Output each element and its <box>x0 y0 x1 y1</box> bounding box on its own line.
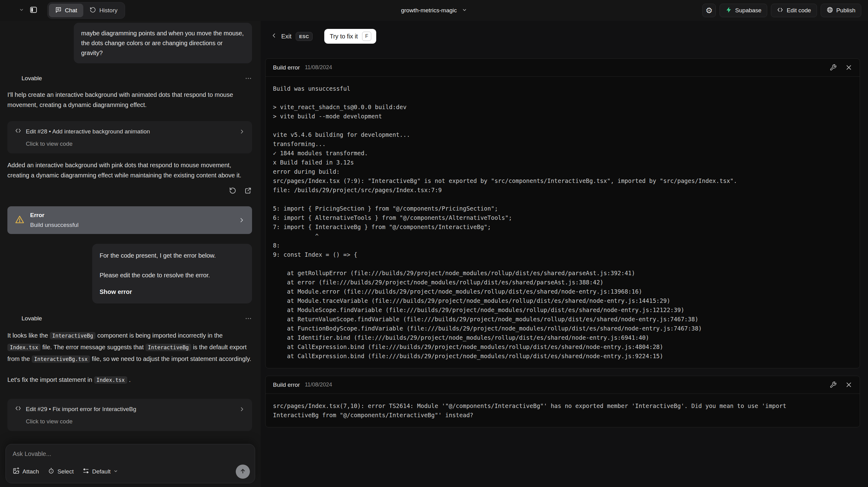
build-error-title: Build error <box>273 64 300 71</box>
build-error-date: 11/08/2024 <box>305 382 332 388</box>
chat-mode-selector[interactable]: Default <box>82 467 118 476</box>
build-error-card-2-header: Build error 11/08/2024 <box>266 376 860 394</box>
publish-button-label: Publish <box>836 7 856 14</box>
edit-card-28[interactable]: Edit #28 • Add interactive background an… <box>7 121 252 153</box>
main-split: maybe diagramming points and when you mo… <box>0 21 868 487</box>
build-error-card-actions <box>830 381 852 388</box>
build-error-card-1: Build error 11/08/2024 Build was unsucce… <box>265 58 860 368</box>
assistant-name: Lovable <box>22 315 42 322</box>
project-chevron-down-icon <box>462 7 467 14</box>
assistant-reply-text: Added an interactive background with pin… <box>7 160 252 180</box>
user-message: maybe diagramming points and when you mo… <box>74 23 252 63</box>
exit-button-label: Exit <box>281 33 291 40</box>
globe-icon <box>827 6 833 15</box>
edit-card-28-header: Edit #28 • Add interactive background an… <box>15 127 245 135</box>
history-icon <box>89 6 96 15</box>
chevron-right-icon <box>239 129 245 134</box>
edit-code-button-label: Edit code <box>786 7 811 14</box>
wrench-icon[interactable] <box>830 381 837 388</box>
tab-chat[interactable]: Chat <box>49 4 83 17</box>
code-brackets-icon <box>15 405 22 413</box>
gear-icon: ⚙ <box>705 6 712 14</box>
assistant-reply-richtext: It looks like the InteractiveBg componen… <box>7 330 252 365</box>
tab-history[interactable]: History <box>83 4 124 17</box>
publish-button[interactable]: Publish <box>821 4 861 17</box>
tab-chat-label: Chat <box>65 7 77 14</box>
console-output: Build was unsuccessful > vite_react_shad… <box>273 84 852 361</box>
warning-triangle-icon <box>15 215 25 226</box>
logo-chevron-down-icon[interactable] <box>19 7 24 13</box>
build-error-card-1-header: Build error 11/08/2024 <box>266 59 860 77</box>
attach-button-label: Attach <box>23 468 39 475</box>
supabase-icon <box>725 6 732 15</box>
chat-composer[interactable]: Ask Lovable... Attach Select <box>5 444 255 483</box>
show-error-link[interactable]: Show error <box>100 287 245 297</box>
build-error-title: Build error <box>273 382 300 388</box>
project-name: growth-metrics-magic <box>401 7 457 14</box>
preview-header: Exit ESC Try to fix it F <box>271 29 868 44</box>
supabase-button-label: Supabase <box>735 7 762 14</box>
chat-panel: maybe diagramming points and when you mo… <box>0 21 261 487</box>
composer-toolbar: Attach Select Default <box>12 464 250 479</box>
open-preview-external-icon[interactable] <box>244 187 252 194</box>
build-error-card-actions <box>830 64 852 71</box>
assistant-reply-text: I'll help create an interactive backgrou… <box>7 90 252 110</box>
select-element-button[interactable]: Select <box>48 467 74 476</box>
user-message-text: maybe diagramming points and when you mo… <box>81 30 244 56</box>
esc-key-badge: ESC <box>296 32 312 41</box>
tab-history-label: History <box>99 7 117 14</box>
top-bar-right: ⚙ Supabase Edit code Publish <box>702 4 861 17</box>
lovable-app-window: Chat History growth-metrics-magic ⚙ <box>0 0 868 487</box>
top-bar-left: Chat History <box>7 2 125 19</box>
assistant-reply-richtext: Let's fix the import statement in Index.… <box>7 374 252 386</box>
chat-bubble-icon <box>55 6 62 15</box>
build-error-card-2: Build error 11/08/2024 src/pages/Index.t… <box>265 376 860 427</box>
settings-button[interactable]: ⚙ <box>702 4 716 17</box>
user-message-line: For the code present, I get the error be… <box>100 250 245 261</box>
user-message: For the code present, I get the error be… <box>92 244 252 303</box>
lovable-avatar-icon <box>7 74 17 83</box>
console-output: src/pages/Index.tsx(7,10): error TS2614:… <box>273 401 852 420</box>
edit-card-29[interactable]: Edit #29 • Fix import error for Interact… <box>7 399 252 431</box>
close-icon[interactable] <box>845 64 852 71</box>
restore-version-icon[interactable] <box>229 187 237 194</box>
image-plus-icon <box>12 467 20 476</box>
message-more-options-icon[interactable] <box>245 75 252 82</box>
code-brackets-icon <box>15 127 22 135</box>
edit-card-29-subtitle: Click to view code <box>26 418 245 425</box>
user-message-line: Please edit the code to resolve the erro… <box>100 270 245 280</box>
message-actions-row <box>7 187 252 194</box>
exit-button[interactable]: Exit ESC <box>271 32 313 41</box>
build-error-card-2-body[interactable]: src/pages/Index.tsx(7,10): error TS2614:… <box>266 394 860 427</box>
send-button[interactable] <box>236 464 250 479</box>
close-icon[interactable] <box>845 381 852 388</box>
error-banner-texts: Error Build unsuccessful <box>30 212 79 229</box>
assistant-name: Lovable <box>22 75 42 82</box>
sliders-icon <box>82 467 89 476</box>
build-error-date: 11/08/2024 <box>305 64 332 71</box>
panel-left-icon <box>30 6 37 15</box>
arrow-up-icon <box>240 468 246 476</box>
attach-button[interactable]: Attach <box>12 467 39 476</box>
preview-panel: Exit ESC Try to fix it F Build error 11/… <box>261 21 868 487</box>
edit-card-28-title: Edit #28 • Add interactive background an… <box>26 128 150 135</box>
error-banner[interactable]: Error Build unsuccessful <box>7 206 252 234</box>
assistant-header: Lovable <box>7 314 252 323</box>
assistant-header: Lovable <box>7 74 252 83</box>
edit-code-button[interactable]: Edit code <box>771 4 817 17</box>
sidebar-toggle-button[interactable] <box>27 4 40 17</box>
composer-input[interactable]: Ask Lovable... <box>12 450 248 457</box>
chevron-right-icon <box>239 406 245 412</box>
try-to-fix-button[interactable]: Try to fix it F <box>324 29 376 44</box>
lovable-logo-icon[interactable] <box>7 6 16 15</box>
error-banner-title: Error <box>30 212 79 219</box>
edit-card-29-title: Edit #29 • Fix import error for Interact… <box>26 406 136 413</box>
wrench-icon[interactable] <box>830 64 837 71</box>
project-switcher[interactable]: growth-metrics-magic <box>401 0 467 21</box>
supabase-button[interactable]: Supabase <box>719 4 768 17</box>
build-error-card-1-body[interactable]: Build was unsuccessful > vite_react_shad… <box>266 77 860 368</box>
chevron-down-icon <box>114 468 118 475</box>
mode-selector-label: Default <box>92 468 111 475</box>
message-more-options-icon[interactable] <box>245 315 252 322</box>
f-key-badge: F <box>362 32 371 41</box>
